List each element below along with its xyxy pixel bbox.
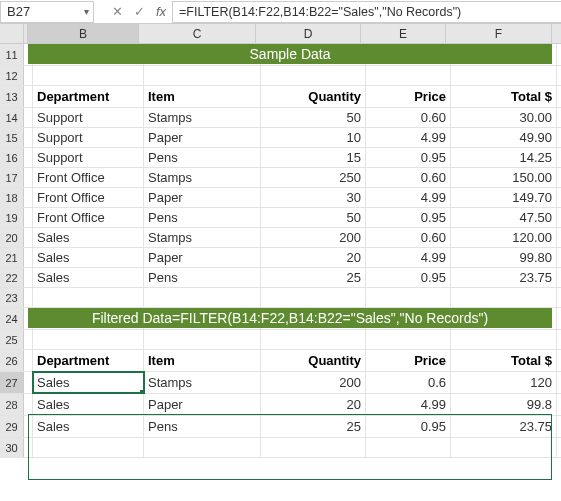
cell-dept[interactable]: Sales [33,228,144,247]
name-box[interactable]: B27 ▾ [0,1,94,23]
cell-price[interactable]: 0.95 [366,208,451,227]
column-header-B[interactable]: B [28,24,139,43]
row-header-24[interactable]: 24 [0,308,24,329]
cell-price[interactable]: 0.6 [366,372,451,393]
cell[interactable] [366,330,451,349]
cell-total[interactable]: 23.75 [451,416,557,437]
row-header[interactable]: 14 [0,108,24,127]
cell-price[interactable]: 4.99 [366,394,451,415]
cell-qty[interactable]: 250 [261,168,366,187]
header-item[interactable]: Item [144,86,261,107]
cell-item[interactable]: Pens [144,268,261,287]
cell[interactable] [24,128,33,147]
cell[interactable] [24,188,33,207]
row-header[interactable]: 21 [0,248,24,267]
cell-qty[interactable]: 200 [261,228,366,247]
header-qty[interactable]: Quantity [261,86,366,107]
cell-item[interactable]: Paper [144,188,261,207]
cell[interactable] [24,438,33,457]
cell-dept[interactable]: Sales [33,268,144,287]
row-header[interactable]: 17 [0,168,24,187]
header-qty[interactable]: Quantity [261,350,366,371]
cell-item[interactable]: Paper [144,394,261,415]
header-price[interactable]: Price [366,86,451,107]
row-header-11[interactable]: 11 [0,44,24,65]
cell-dept[interactable]: Front Office [33,188,144,207]
cell-dept[interactable]: Sales [33,394,144,415]
cell-qty[interactable]: 25 [261,268,366,287]
cell-price[interactable]: 0.60 [366,108,451,127]
cell-total[interactable]: 49.90 [451,128,557,147]
cell[interactable] [144,66,261,85]
cell[interactable] [261,288,366,307]
cell-qty[interactable]: 25 [261,416,366,437]
row-header[interactable]: 29 [0,416,24,437]
header-dept[interactable]: Department [33,350,144,371]
cell-total[interactable]: 30.00 [451,108,557,127]
cell[interactable] [24,288,33,307]
cell[interactable] [33,438,144,457]
cell-dept[interactable]: Support [33,128,144,147]
cell[interactable] [144,288,261,307]
row-header[interactable]: 23 [0,288,24,307]
cell-dept[interactable]: Support [33,148,144,167]
cell[interactable] [24,148,33,167]
cell[interactable] [33,330,144,349]
row-header[interactable]: 15 [0,128,24,147]
select-all-corner[interactable] [0,24,24,43]
column-header-C[interactable]: C [139,24,256,43]
cell-total[interactable]: 150.00 [451,168,557,187]
cell-total[interactable]: 23.75 [451,268,557,287]
cell[interactable] [24,416,33,437]
cell[interactable] [261,330,366,349]
cell-price[interactable]: 0.60 [366,168,451,187]
cell-item[interactable]: Paper [144,248,261,267]
cell-item[interactable]: Pens [144,148,261,167]
row-header[interactable]: 30 [0,438,24,457]
column-header-E[interactable]: E [361,24,446,43]
cell[interactable] [33,288,144,307]
row-header[interactable]: 19 [0,208,24,227]
cell-dept[interactable]: Front Office [33,208,144,227]
cell-dept[interactable]: Sales [33,248,144,267]
cell[interactable] [24,86,33,107]
cell-total[interactable]: 99.8 [451,394,557,415]
cancel-formula-icon[interactable]: ✕ [106,1,128,23]
cell[interactable] [24,228,33,247]
cell-item[interactable]: Stamps [144,372,261,393]
row-header[interactable]: 28 [0,394,24,415]
row-header[interactable]: 18 [0,188,24,207]
cell-price[interactable]: 0.60 [366,228,451,247]
cell[interactable] [24,330,33,349]
cell-total[interactable]: 47.50 [451,208,557,227]
cell[interactable] [24,350,33,371]
column-header-F[interactable]: F [446,24,552,43]
cell-dept[interactable]: Front Office [33,168,144,187]
cell-price[interactable]: 0.95 [366,268,451,287]
cell-qty[interactable]: 50 [261,208,366,227]
row-header[interactable]: 16 [0,148,24,167]
cell[interactable] [451,66,557,85]
fx-icon[interactable]: fx [150,1,172,23]
cell-total[interactable]: 99.80 [451,248,557,267]
cell-item[interactable]: Stamps [144,108,261,127]
cell-total[interactable]: 14.25 [451,148,557,167]
cell[interactable] [24,108,33,127]
cell[interactable] [366,288,451,307]
cell-item[interactable]: Stamps [144,168,261,187]
selected-cell[interactable]: Sales [33,372,144,393]
cell-item[interactable]: Pens [144,416,261,437]
cell-item[interactable]: Paper [144,128,261,147]
row-header-12[interactable]: 12 [0,66,24,85]
banner-sample-data[interactable]: Sample Data [28,44,552,64]
banner-filtered-data[interactable]: Filtered Data=FILTER(B14:F22,B14:B22="Sa… [28,308,552,328]
header-item[interactable]: Item [144,350,261,371]
row-header[interactable]: 22 [0,268,24,287]
cell-qty[interactable]: 50 [261,108,366,127]
cell[interactable] [366,66,451,85]
header-total[interactable]: Total $ [451,86,557,107]
cell[interactable] [24,248,33,267]
cell-qty[interactable]: 15 [261,148,366,167]
cell[interactable] [24,208,33,227]
cell-price[interactable]: 4.99 [366,128,451,147]
